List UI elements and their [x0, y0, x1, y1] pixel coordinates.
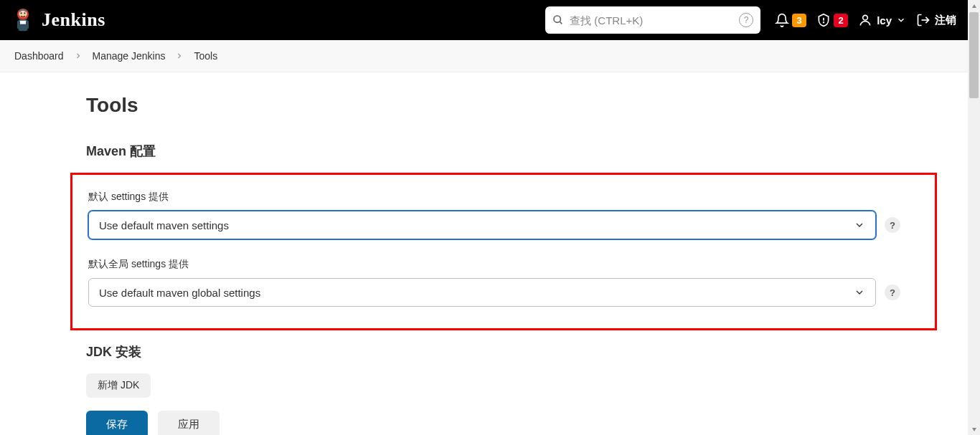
logout-button[interactable]: 注销 [916, 13, 956, 27]
logout-icon [916, 13, 930, 27]
svg-point-12 [863, 15, 868, 20]
breadcrumb-item[interactable]: Tools [194, 50, 217, 62]
svg-marker-14 [972, 4, 976, 8]
svg-point-3 [24, 12, 25, 14]
main-content: Tools Maven 配置 默认 settings 提供 Use defaul… [0, 72, 968, 435]
vertical-scrollbar[interactable] [968, 0, 980, 435]
search-icon [552, 14, 564, 26]
triangle-up-icon [971, 3, 978, 10]
scroll-down-button[interactable] [968, 423, 980, 435]
svg-rect-5 [19, 21, 27, 24]
page-title: Tools [86, 94, 968, 117]
section-maven-title: Maven 配置 [86, 143, 968, 160]
default-global-settings-select[interactable]: Use default maven global settings [88, 278, 876, 307]
alert-badge: 2 [834, 14, 848, 27]
form-actions: 保存 应用 [86, 411, 968, 435]
svg-point-11 [824, 22, 824, 23]
apply-button[interactable]: 应用 [158, 411, 220, 435]
scrollbar-thumb[interactable] [969, 12, 979, 98]
default-global-settings-label: 默认全局 settings 提供 [88, 258, 922, 271]
brand-logo[interactable]: Jenkins [11, 6, 105, 34]
add-jdk-button[interactable]: 新增 JDK [86, 373, 151, 398]
chevron-down-icon [854, 219, 865, 231]
svg-line-9 [560, 21, 562, 24]
security-alerts-button[interactable]: 2 [816, 13, 848, 27]
chevron-down-icon [896, 15, 906, 25]
top-header: Jenkins ? 3 2 [0, 0, 968, 40]
select-value: Use default maven settings [99, 219, 229, 231]
breadcrumb-item[interactable]: Dashboard [14, 50, 64, 62]
svg-point-8 [554, 16, 560, 22]
select-value: Use default maven global settings [99, 287, 260, 299]
triangle-down-icon [971, 426, 978, 433]
svg-point-2 [21, 12, 22, 14]
search-box[interactable]: ? [545, 6, 760, 34]
shield-icon [816, 13, 831, 27]
search-help-icon[interactable]: ? [739, 13, 753, 27]
default-settings-label: 默认 settings 提供 [88, 191, 922, 204]
default-settings-select[interactable]: Use default maven settings [88, 211, 876, 239]
notif-badge: 3 [792, 14, 806, 27]
section-jdk-title: JDK 安装 [86, 343, 968, 360]
brand-name: Jenkins [42, 9, 105, 31]
help-button[interactable]: ? [885, 285, 900, 300]
help-button[interactable]: ? [885, 217, 900, 233]
username-label: lcy [877, 14, 892, 27]
logout-label: 注销 [935, 14, 956, 27]
breadcrumb: Dashboard Manage Jenkins Tools [0, 40, 968, 72]
chevron-down-icon [854, 287, 865, 298]
maven-config-highlight: 默认 settings 提供 Use default maven setting… [70, 173, 937, 330]
user-menu[interactable]: lcy [858, 13, 906, 27]
save-button[interactable]: 保存 [86, 411, 148, 435]
scroll-up-button[interactable] [968, 0, 980, 12]
user-icon [858, 13, 872, 27]
breadcrumb-item[interactable]: Manage Jenkins [93, 50, 166, 62]
svg-rect-7 [26, 21, 29, 29]
search-input[interactable] [570, 14, 733, 27]
jenkins-logo-icon [11, 6, 34, 34]
notifications-button[interactable]: 3 [775, 13, 806, 27]
chevron-right-icon [74, 52, 83, 60]
chevron-right-icon [175, 52, 184, 60]
bell-icon [775, 13, 789, 27]
svg-marker-15 [972, 428, 976, 431]
svg-rect-6 [17, 21, 20, 29]
